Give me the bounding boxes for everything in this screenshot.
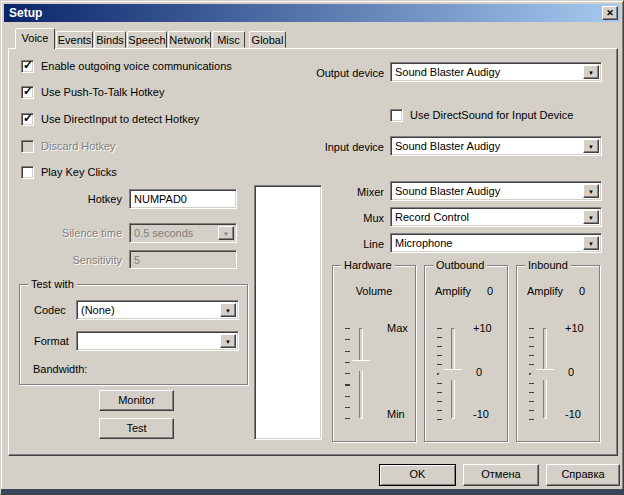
outbound-group-title: Outbound (433, 259, 487, 271)
cancel-button[interactable]: Отмена (463, 464, 539, 486)
checkbox-discard-hotkey-label: Discard Hotkey (41, 140, 116, 152)
tab-speech[interactable]: Speech (127, 31, 167, 48)
outbound-plus10-label: +10 (473, 322, 492, 334)
checkbox-push-to-talk[interactable]: ✓ (21, 86, 34, 99)
inbound-group: Inbound Amplify 0 +10 0 -10 (516, 265, 600, 442)
title-bar[interactable]: Setup ✕ (4, 4, 620, 22)
check-icon: ✓ (23, 111, 33, 125)
tab-binds-label: Binds (96, 34, 124, 46)
hardware-min-label: Min (387, 408, 405, 420)
checkbox-directsound[interactable] (390, 109, 403, 122)
tab-global-label: Global (252, 34, 284, 46)
checkbox-play-key-clicks-label: Play Key Clicks (41, 166, 117, 178)
volume-label: Volume (333, 285, 415, 297)
checkbox-enable-voice[interactable]: ✓ (21, 60, 34, 73)
inbound-plus10-label: +10 (565, 322, 584, 334)
line-select[interactable]: Microphone ▼ (390, 233, 602, 253)
close-icon: ✕ (606, 8, 614, 18)
sensitivity-input: 5 (129, 250, 237, 269)
output-device-value: Sound Blaster Audigy (395, 66, 500, 78)
checkbox-push-to-talk-label: Use Push-To-Talk Hotkey (41, 86, 165, 98)
mux-select[interactable]: Record Control ▼ (390, 207, 602, 227)
tab-voice-label: Voice (22, 32, 49, 44)
chevron-down-icon: ▼ (218, 226, 234, 240)
line-label: Line (291, 238, 384, 250)
hardware-group: Hardware Volume Max Min (332, 265, 416, 442)
chevron-down-icon[interactable]: ▼ (583, 236, 599, 250)
mixer-value: Sound Blaster Audigy (395, 185, 500, 197)
tab-global[interactable]: Global (249, 31, 286, 48)
help-button[interactable]: Справка (546, 464, 620, 486)
codec-label: Codec (34, 304, 66, 316)
checkbox-directinput-label: Use DirectInput to detect Hotkey (41, 113, 199, 125)
background-sliver (1, 489, 623, 494)
hotkey-label: Hotkey (41, 193, 122, 205)
hardware-max-label: Max (387, 322, 408, 334)
inbound-amplify-label: Amplify (527, 285, 563, 297)
inbound-amplify-value: 0 (579, 285, 585, 297)
tab-events[interactable]: Events (56, 31, 93, 48)
inbound-zero-label: 0 (568, 366, 574, 378)
outbound-group: Outbound Amplify 0 +10 0 -10 (424, 265, 508, 442)
checkbox-discard-hotkey (21, 140, 34, 153)
chevron-down-icon[interactable]: ▼ (583, 210, 599, 224)
tab-speech-label: Speech (128, 34, 165, 46)
hardware-group-title: Hardware (341, 259, 395, 271)
chevron-down-icon[interactable]: ▼ (220, 334, 236, 348)
tab-network[interactable]: Network (168, 31, 211, 48)
tab-events-label: Events (58, 34, 92, 46)
silence-time-label: Silence time (41, 227, 122, 239)
setup-dialog: Setup ✕ Voice Events Binds Speech Networ… (0, 0, 624, 495)
input-device-label: Input device (291, 141, 384, 153)
monitor-button[interactable]: Monitor (99, 390, 174, 411)
tab-misc-label: Misc (217, 34, 240, 46)
tab-binds[interactable]: Binds (94, 31, 126, 48)
outbound-zero-label: 0 (476, 366, 482, 378)
output-device-label: Output device (291, 67, 384, 79)
checkbox-directinput[interactable]: ✓ (21, 113, 34, 126)
codec-value: (None) (81, 304, 115, 316)
chevron-down-icon[interactable]: ▼ (583, 139, 599, 153)
codec-select[interactable]: (None) ▼ (76, 300, 239, 320)
sensitivity-label: Sensitivity (41, 254, 122, 266)
checkbox-directsound-label: Use DirectSound for Input Device (410, 109, 573, 121)
test-button[interactable]: Test (99, 418, 174, 439)
outbound-amplify-label: Amplify (435, 285, 471, 297)
ok-button[interactable]: OK (379, 464, 456, 486)
mux-label: Mux (291, 212, 384, 224)
tab-misc[interactable]: Misc (212, 31, 245, 48)
hotkey-input[interactable]: NUMPAD0 (129, 189, 237, 209)
chevron-down-icon[interactable]: ▼ (583, 65, 599, 79)
output-device-select[interactable]: Sound Blaster Audigy ▼ (390, 62, 602, 82)
mux-value: Record Control (395, 211, 469, 223)
checkbox-play-key-clicks[interactable] (21, 166, 34, 179)
silence-time-value: 0.5 seconds (134, 227, 193, 239)
outbound-minus10-label: -10 (473, 408, 489, 420)
tab-voice[interactable]: Voice (15, 28, 55, 49)
checkbox-enable-voice-label: Enable outgoing voice communications (41, 60, 232, 72)
silence-time-select: 0.5 seconds ▼ (129, 223, 237, 243)
input-device-select[interactable]: Sound Blaster Audigy ▼ (390, 136, 602, 156)
input-device-value: Sound Blaster Audigy (395, 140, 500, 152)
chevron-down-icon[interactable]: ▼ (583, 184, 599, 198)
inbound-minus10-label: -10 (565, 408, 581, 420)
inbound-group-title: Inbound (525, 259, 571, 271)
bandwidth-label: Bandwidth: (33, 363, 87, 375)
check-icon: ✓ (23, 84, 33, 98)
chevron-down-icon[interactable]: ▼ (220, 303, 236, 317)
format-label: Format (34, 335, 69, 347)
format-select[interactable]: ▼ (76, 331, 239, 351)
mixer-label: Mixer (291, 186, 384, 198)
mixer-select[interactable]: Sound Blaster Audigy ▼ (390, 181, 602, 201)
hardware-volume-slider[interactable] (359, 328, 363, 419)
close-button[interactable]: ✕ (602, 6, 618, 20)
outbound-amplify-value: 0 (487, 285, 493, 297)
line-value: Microphone (395, 237, 452, 249)
tab-network-label: Network (169, 34, 209, 46)
hardware-slider-ticks (345, 328, 350, 420)
check-icon: ✓ (23, 58, 33, 72)
window-title: Setup (9, 6, 42, 20)
test-with-group-title: Test with (28, 278, 77, 290)
